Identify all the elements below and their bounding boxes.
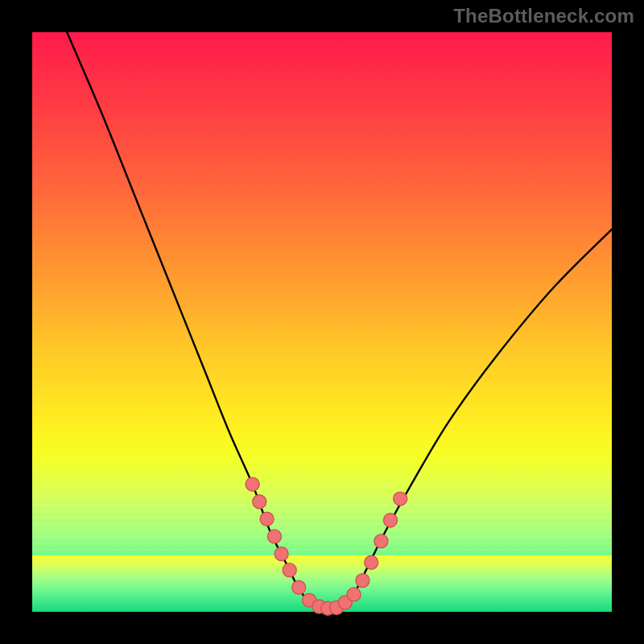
chart-frame: TheBottleneck.com — [0, 0, 644, 644]
data-marker — [246, 477, 259, 491]
watermark-text: TheBottleneck.com — [453, 5, 634, 27]
data-marker — [394, 492, 407, 506]
data-marker — [253, 495, 266, 509]
data-marker — [347, 588, 361, 601]
data-marker — [267, 530, 281, 543]
data-marker — [275, 547, 288, 561]
data-marker — [283, 564, 296, 577]
plot-area — [32, 32, 612, 612]
data-marker — [292, 580, 306, 594]
data-marker — [356, 574, 369, 588]
bottleneck-curve — [67, 32, 612, 609]
data-marker — [374, 535, 388, 548]
data-marker — [260, 512, 274, 526]
marker-group — [246, 477, 407, 615]
data-marker — [383, 514, 397, 527]
curve-layer — [32, 32, 612, 612]
data-marker — [365, 555, 378, 569]
